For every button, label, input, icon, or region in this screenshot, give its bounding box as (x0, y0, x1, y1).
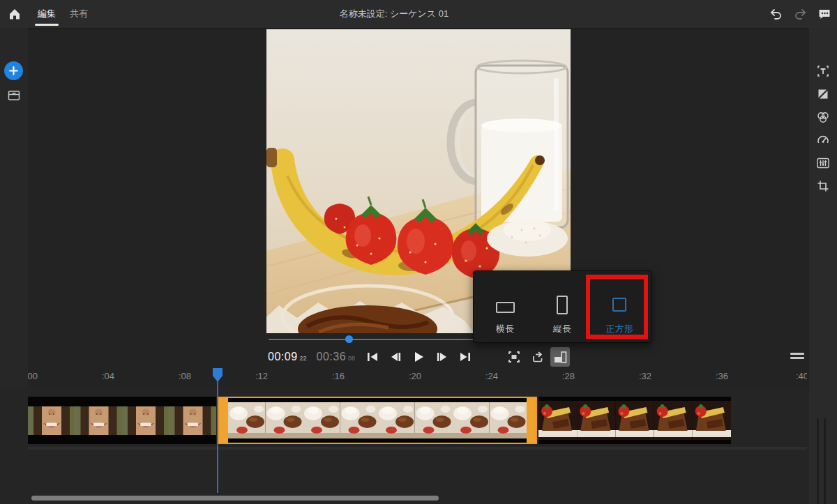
fullscreen-button[interactable] (504, 347, 524, 367)
audio-icon (816, 157, 830, 169)
ruler-label: :08 (167, 371, 202, 381)
play-button[interactable] (409, 347, 428, 367)
crop-rotate-panel-button[interactable] (814, 177, 832, 195)
portrait-shape-icon (557, 296, 568, 314)
clip-thumbnails-cakes (538, 397, 731, 444)
annotation-highlight-box (586, 275, 648, 339)
transitions-icon (816, 87, 830, 101)
aspect-option-portrait[interactable]: 縦長 (536, 278, 589, 335)
fullscreen-icon (507, 350, 521, 364)
ruler-label: :32 (628, 371, 663, 381)
ruler-label: :28 (551, 371, 586, 381)
redo-icon (794, 7, 808, 21)
titles-panel-button[interactable] (814, 62, 832, 80)
timeline-clip-faces[interactable] (28, 397, 216, 444)
aspect-ratio-icon (552, 349, 568, 365)
ruler-label: :24 (474, 371, 509, 381)
vertical-scrollbar-thumb[interactable] (824, 418, 826, 504)
step-back-icon (389, 351, 402, 362)
landscape-label: 横長 (496, 323, 514, 335)
media-browser-button[interactable] (5, 86, 23, 105)
ruler-label: :20 (398, 371, 432, 381)
total-time: 00:36 (317, 351, 347, 363)
ruler-label: :40 (785, 371, 807, 381)
ruler-label: :12 (244, 371, 279, 381)
add-media-button[interactable] (4, 61, 23, 80)
timeline-ruler[interactable]: :00 :04 :08 :12 :16 :20 :24 :28 :32 :36 … (28, 367, 807, 388)
skip-end-icon (459, 351, 472, 362)
clip-thumbnails-faces (28, 397, 216, 444)
aspect-option-landscape[interactable]: 横長 (478, 278, 531, 335)
ruler-label: :04 (91, 371, 126, 381)
timeline-clip-desserts-selected[interactable] (218, 397, 537, 444)
clip-trim-handle-right[interactable] (527, 398, 536, 443)
play-icon (412, 351, 425, 363)
aspect-ratio-button[interactable] (550, 347, 570, 367)
step-forward-button[interactable] (432, 347, 452, 367)
vertical-scrollbar-track[interactable] (817, 418, 819, 504)
clip-thumbnails-desserts (228, 398, 527, 443)
color-panel-button[interactable] (814, 108, 832, 126)
step-back-button[interactable] (386, 347, 405, 367)
document-title: 名称未設定: シーケンス 01 (0, 0, 788, 28)
speed-panel-button[interactable] (814, 131, 832, 149)
portrait-label: 縦長 (553, 323, 571, 335)
audio-panel-button[interactable] (814, 154, 832, 172)
top-bar: 編集 共有 名称未設定: シーケンス 01 (0, 0, 837, 29)
speed-icon (816, 133, 830, 147)
transitions-panel-button[interactable] (814, 85, 832, 103)
timeline-menu-button[interactable] (789, 351, 806, 363)
timecode-display: 00:09 22 00:36 08 (268, 349, 355, 367)
skip-to-end-button[interactable] (455, 347, 475, 367)
color-icon (816, 110, 830, 124)
ruler-label: :16 (321, 371, 356, 381)
redo-button[interactable] (792, 5, 810, 23)
preview-scrubber-handle[interactable] (345, 335, 353, 343)
current-frames: 22 (300, 355, 307, 362)
crop-icon (816, 179, 830, 193)
plus-icon (8, 66, 19, 76)
right-toolbar (809, 28, 837, 504)
undo-icon (769, 7, 783, 21)
loop-playback-button[interactable] (527, 347, 547, 367)
skip-start-icon (366, 351, 379, 362)
clip-trim-handle-left[interactable] (219, 398, 228, 443)
track-lane-separator (28, 447, 807, 450)
premiere-rush-window: 編集 共有 名称未設定: シーケンス 01 (0, 0, 837, 504)
timeline-clip-cakes[interactable] (538, 397, 731, 444)
step-forward-icon (436, 351, 448, 362)
ruler-label: :36 (704, 371, 739, 381)
timeline-horizontal-scrollbar[interactable] (31, 496, 439, 501)
media-browser-icon (8, 90, 20, 101)
undo-button[interactable] (767, 5, 785, 23)
current-time: 00:09 (268, 351, 298, 363)
playhead-line (217, 381, 218, 493)
skip-to-start-button[interactable] (363, 347, 382, 367)
landscape-shape-icon (496, 302, 515, 313)
feedback-button[interactable] (815, 5, 834, 23)
ruler-label: :00 (28, 371, 49, 381)
loop-icon (530, 350, 544, 364)
total-frames: 08 (348, 355, 355, 362)
comment-icon (817, 7, 831, 21)
titles-icon (816, 64, 830, 78)
